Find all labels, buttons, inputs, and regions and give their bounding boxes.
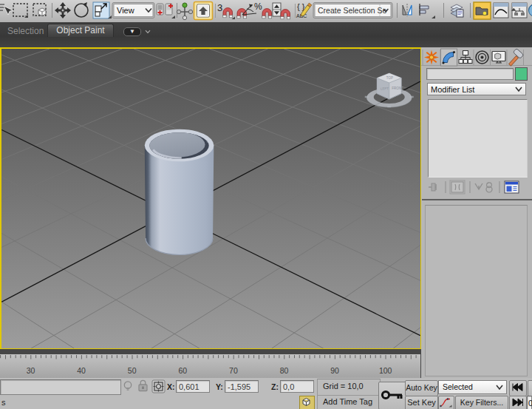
svg-text:View: View — [117, 6, 134, 15]
svg-text:70: 70 — [229, 366, 238, 375]
svg-text:TOP: TOP — [386, 75, 392, 79]
svg-text:FRONT: FRONT — [392, 87, 403, 90]
svg-text:Create Selection Se: Create Selection Se — [318, 6, 387, 15]
svg-text:90: 90 — [330, 366, 339, 375]
svg-text:60: 60 — [178, 366, 187, 375]
svg-text:80: 80 — [280, 366, 289, 375]
svg-text:LEFT: LEFT — [380, 87, 388, 90]
svg-text:100: 100 — [379, 366, 392, 375]
svg-text:50: 50 — [128, 366, 137, 375]
svg-text:40: 40 — [77, 366, 86, 375]
svg-text:30: 30 — [27, 366, 35, 375]
svg-text:3: 3 — [217, 2, 222, 13]
svg-text:%: % — [254, 1, 262, 12]
